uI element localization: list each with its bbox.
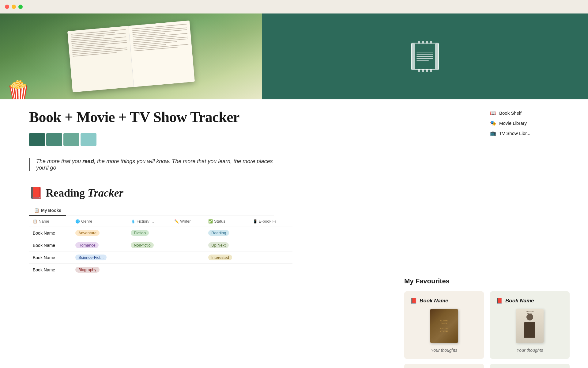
genre-badge: Romance	[75, 242, 99, 248]
tabs-container: 📋 My Books	[29, 205, 274, 216]
fav-book-emoji-1: 📕	[410, 297, 417, 304]
book-nature-image	[0, 13, 262, 99]
table-row[interactable]: Book Name Biography	[29, 264, 292, 276]
book-visual	[51, 13, 210, 99]
table-row[interactable]: Book Name Romance Non-fictio Up Next	[29, 239, 292, 251]
book-pages	[67, 21, 195, 92]
titlebar	[0, 0, 588, 13]
film-perf	[430, 41, 432, 44]
reading-tracker-italic: Tracker	[88, 187, 123, 199]
fiction-badge: Non-fictio	[131, 242, 154, 248]
sidebar-link-tvshow-label: TV Show Libr...	[499, 131, 530, 136]
person-head	[526, 314, 533, 320]
cell-ebook	[249, 251, 292, 264]
table-header-row: 📋Name 🌐Genre 💧Fiction/ ... ✏️Writer ✅Sta…	[29, 216, 292, 227]
genre-badge: Science-Fict...	[75, 255, 107, 260]
film-content-lines	[413, 49, 436, 64]
fav-thoughts-1: Your thoughts	[431, 348, 457, 353]
person-body	[524, 322, 535, 338]
fiction-badge: FIction	[131, 230, 149, 236]
cell-ebook	[249, 239, 292, 251]
favourites-section: My Favourites 📕 Book Name CLASSICNOVEL══…	[404, 277, 588, 368]
fav-card-bottom-1[interactable]: 📕 Book Name	[404, 364, 484, 368]
fav-book-name-2: Book Name	[505, 298, 534, 304]
writer-col-icon: ✏️	[174, 219, 179, 224]
fav-card-bottom-2[interactable]: 📕 Book Name	[490, 364, 570, 368]
ebook-col-icon: 📱	[253, 219, 258, 224]
cell-status	[205, 264, 249, 276]
movie-icon: 🎭	[490, 120, 496, 126]
favourites-title: My Favourites	[404, 277, 570, 285]
cell-name: Book Name	[29, 227, 72, 239]
quote-block: The more that you read, the more things …	[29, 158, 274, 171]
sidebar-link-bookshelf-label: Book Shelf	[499, 110, 522, 116]
person-silhouette	[522, 314, 537, 338]
col-header-name: 📋Name	[29, 216, 72, 227]
sidebar-link-bookshelf[interactable]: 📖 Book Shelf	[490, 110, 570, 116]
film-perf	[430, 69, 432, 72]
person-book-title-text: GIOVANNILEONE	[517, 311, 542, 314]
fav-card-2[interactable]: 📕 Book Name GIOVANNILEONE Your thoughts	[490, 291, 570, 359]
book-cover-person-1: GIOVANNILEONE	[516, 309, 544, 343]
old-book-text: CLASSICNOVEL═══════A TALE OFMYSTERY	[437, 317, 451, 335]
swatch-pale-teal	[81, 133, 96, 146]
film-line	[417, 60, 429, 61]
genre-col-icon: 🌐	[75, 219, 80, 224]
film-perforations-top	[418, 41, 432, 44]
minimize-button[interactable]	[12, 5, 16, 9]
tvshow-icon: 📺	[490, 130, 496, 136]
film-line	[417, 56, 433, 57]
film-icon-container	[411, 43, 439, 70]
maximize-button[interactable]	[18, 5, 23, 9]
sidebar-link-movie[interactable]: 🎭 Movie Library	[490, 120, 570, 126]
fav-card-2-header: 📕 Book Name	[496, 297, 534, 304]
tab-my-books[interactable]: 📋 My Books	[29, 205, 66, 216]
film-clapper-icon	[411, 43, 439, 70]
cell-fiction	[127, 264, 171, 276]
sidebar-link-tvshow[interactable]: 📺 TV Show Libr...	[490, 130, 570, 136]
cell-name: Book Name	[29, 251, 72, 264]
books-table: 📋Name 🌐Genre 💧Fiction/ ... ✏️Writer ✅Sta…	[29, 216, 292, 276]
popcorn-icon: 🍿	[6, 79, 31, 99]
cell-genre: Romance	[72, 239, 127, 251]
cell-ebook	[249, 227, 292, 239]
film-line	[417, 52, 433, 52]
fav-card-1-header: 📕 Book Name	[410, 297, 448, 304]
table-row[interactable]: Book Name Science-Fict... Interested	[29, 251, 292, 264]
close-button[interactable]	[5, 5, 9, 9]
col-header-writer: ✏️Writer	[171, 216, 205, 227]
reading-tracker-emoji: 📕	[29, 187, 43, 199]
cell-fiction	[127, 251, 171, 264]
bookshelf-icon: 📖	[490, 110, 496, 116]
cell-writer	[171, 227, 205, 239]
col-header-fiction: 💧Fiction/ ...	[127, 216, 171, 227]
film-perf	[426, 69, 428, 72]
reading-tracker-word: Reading	[46, 187, 88, 199]
status-badge: Interested	[208, 255, 232, 260]
quote-emphasis: read	[82, 158, 94, 164]
cell-status: Up Next	[205, 239, 249, 251]
sidebar-link-movie-label: Movie Library	[499, 121, 527, 126]
cell-ebook	[249, 264, 292, 276]
cell-fiction: FIction	[127, 227, 171, 239]
hero-banner: 🍿	[0, 13, 588, 99]
col-header-genre: 🌐Genre	[72, 216, 127, 227]
fav-card-1[interactable]: 📕 Book Name CLASSICNOVEL═══════A TALE OF…	[404, 291, 484, 359]
swatch-light-teal	[63, 133, 79, 146]
book-cover-old-1: CLASSICNOVEL═══════A TALE OFMYSTERY	[430, 309, 458, 343]
tab-my-books-icon: 📋	[34, 208, 39, 213]
tab-my-books-label: My Books	[41, 208, 61, 213]
film-perforations-bottom	[418, 69, 432, 72]
fav-book-name-1: Book Name	[420, 298, 448, 304]
book-page-right	[128, 21, 194, 87]
sidebar-links: 📖 Book Shelf 🎭 Movie Library 📺 TV Show L…	[490, 110, 570, 136]
cell-writer	[171, 264, 205, 276]
cell-writer	[171, 251, 205, 264]
swatch-dark-teal	[29, 133, 45, 146]
table-row[interactable]: Book Name Adventure FIction Reading	[29, 227, 292, 239]
film-line	[417, 58, 433, 59]
favourites-row-2: 📕 Book Name 📕 Book Name	[404, 364, 570, 368]
fav-thoughts-2: Your thoughts	[517, 348, 543, 353]
cell-status: Reading	[205, 227, 249, 239]
page-body: Book + Movie + TV Show Tracker The more …	[0, 99, 588, 276]
